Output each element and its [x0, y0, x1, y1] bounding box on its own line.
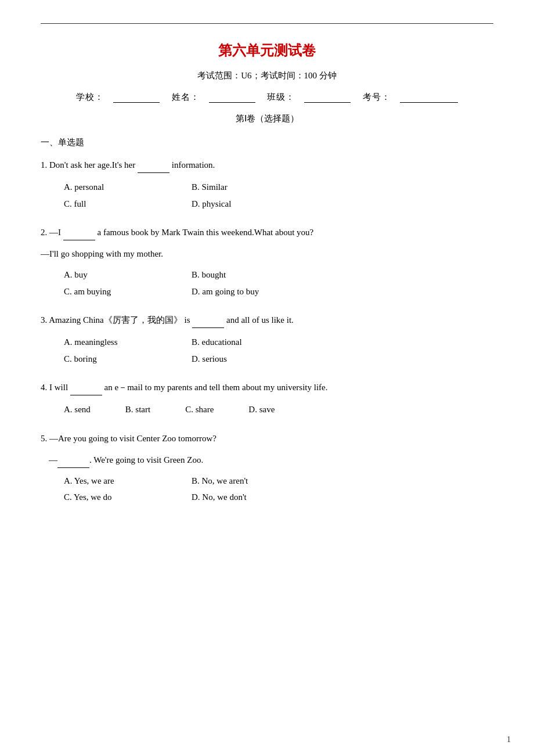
exam-subtitle: 考试范围：U6；考试时间：100 分钟 [41, 70, 493, 81]
page-container: 第六单元测试卷 考试范围：U6；考试时间：100 分钟 学校： 姓名： 班级： … [0, 0, 534, 756]
q2-number: 2. [41, 228, 47, 237]
name-field [209, 92, 255, 103]
q2-options: A. buy B. bought C. am buying D. am goin… [41, 267, 493, 300]
q5-option-c: C. Yes, we do [64, 489, 192, 506]
q4-blank [70, 395, 102, 395]
q4-number: 4. [41, 383, 47, 392]
q5-option-a: A. Yes, we are [64, 473, 192, 489]
q4-option-d: D. save [248, 401, 275, 418]
number-label: 考号： [363, 92, 391, 102]
info-row: 学校： 姓名： 班级： 考号： [41, 92, 493, 103]
q1-option-row-2: C. full D. physical [64, 196, 493, 213]
question-3-text: 3. Amazing China《厉害了，我的国》 is and all of … [41, 312, 493, 328]
page-number: 1 [507, 735, 511, 744]
q2-option-row-2: C. am buying D. am going to buy [64, 283, 493, 300]
q5-dialogue: —. We're going to visit Green Zoo. [41, 452, 493, 468]
q2-blank [63, 240, 95, 240]
q4-option-c: C. share [185, 401, 214, 418]
q1-number: 1. [41, 160, 47, 170]
q5-blank [57, 467, 89, 468]
q3-number: 3. [41, 315, 47, 325]
q1-options: A. personal B. Similar C. full D. physic… [41, 179, 493, 212]
q2-dialogue: —I'll go shopping with my mother. [41, 246, 493, 262]
number-field [400, 92, 458, 103]
q4-option-b: B. start [125, 401, 150, 418]
q2-option-row-1: A. buy B. bought [64, 267, 493, 283]
q5-option-d: D. No, we don't [192, 489, 319, 506]
q1-blank [138, 172, 169, 173]
q2-option-c: C. am buying [64, 283, 192, 300]
q5-options: A. Yes, we are B. No, we aren't C. Yes, … [41, 473, 493, 506]
question-2-text: 2. —I a famous book by Mark Twain this w… [41, 225, 493, 240]
q3-option-b: B. educational [192, 334, 319, 351]
class-field [304, 92, 351, 103]
q2-option-b: B. bought [192, 267, 319, 283]
section1-heading: 一、单选题 [41, 137, 493, 148]
q1-option-c: C. full [64, 196, 192, 213]
q3-blank [192, 327, 224, 328]
school-label: 学校： [76, 92, 104, 102]
q3-options: A. meaningless B. educational C. boring … [41, 334, 493, 367]
q1-option-a: A. personal [64, 179, 192, 196]
question-2: 2. —I a famous book by Mark Twain this w… [41, 225, 493, 300]
q3-option-a: A. meaningless [64, 334, 192, 351]
page-title: 第六单元测试卷 [41, 41, 493, 60]
q2-option-a: A. buy [64, 267, 192, 283]
question-5: 5. —Are you going to visit Center Zoo to… [41, 431, 493, 506]
question-4-text: 4. I will an e－mail to my parents and te… [41, 380, 493, 395]
q4-option-a: A. send [64, 401, 91, 418]
q5-option-b: B. No, we aren't [192, 473, 319, 489]
q2-option-d: D. am going to buy [192, 283, 342, 300]
question-1: 1. Don't ask her age.It's her informatio… [41, 157, 493, 212]
q4-options: A. send B. start C. share D. save [41, 401, 493, 418]
name-label: 姓名： [172, 92, 200, 102]
question-4: 4. I will an e－mail to my parents and te… [41, 380, 493, 418]
q3-option-c: C. boring [64, 351, 192, 368]
q3-option-row-1: A. meaningless B. educational [64, 334, 493, 351]
q3-option-row-2: C. boring D. serious [64, 351, 493, 368]
q5-number: 5. [41, 434, 47, 443]
q1-option-d: D. physical [192, 196, 319, 213]
question-3: 3. Amazing China《厉害了，我的国》 is and all of … [41, 312, 493, 367]
question-5-text: 5. —Are you going to visit Center Zoo to… [41, 431, 493, 447]
section1-title: 第Ⅰ卷（选择题） [41, 113, 493, 124]
question-1-text: 1. Don't ask her age.It's her informatio… [41, 157, 493, 173]
q5-option-row-1: A. Yes, we are B. No, we aren't [64, 473, 493, 489]
q5-option-row-2: C. Yes, we do D. No, we don't [64, 489, 493, 506]
q1-option-b: B. Similar [192, 179, 319, 196]
q3-option-d: D. serious [192, 351, 319, 368]
school-field [113, 92, 160, 103]
q1-option-row-1: A. personal B. Similar [64, 179, 493, 196]
class-label: 班级： [267, 92, 295, 102]
top-divider [41, 23, 493, 24]
